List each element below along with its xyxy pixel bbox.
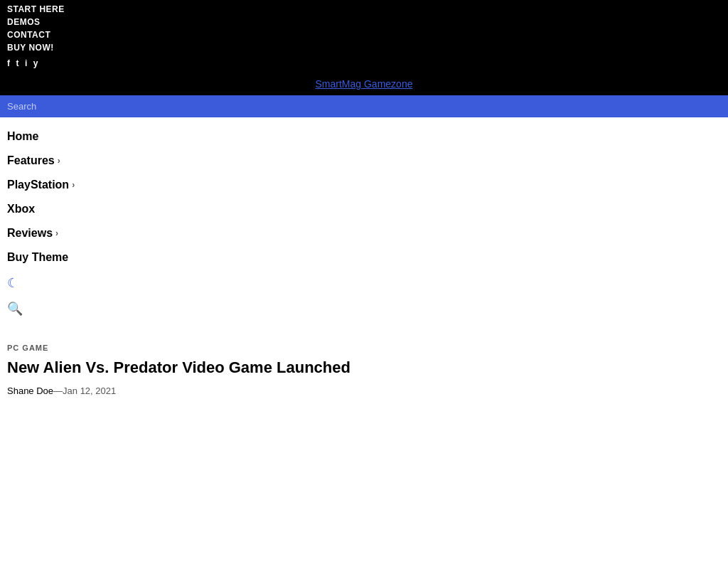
- top-nav-contact[interactable]: CONTACT: [7, 30, 721, 40]
- playstation-chevron-icon: ›: [72, 180, 75, 190]
- nav-item-home[interactable]: Home: [0, 124, 728, 149]
- article-title: New Alien Vs. Predator Video Game Launch…: [7, 358, 721, 378]
- top-bar: START HERE DEMOS CONTACT BUY NOW! f t i …: [0, 0, 728, 73]
- nav-item-reviews[interactable]: Reviews ›: [0, 221, 728, 245]
- article-date: Jan 12, 2021: [63, 385, 116, 396]
- reviews-chevron-icon: ›: [55, 228, 58, 238]
- nav-item-features[interactable]: Features ›: [0, 149, 728, 173]
- search-bar-wrapper: [0, 95, 728, 117]
- social-icons: f t i y: [7, 58, 721, 68]
- main-nav: Home Features › PlayStation › Xbox Revie…: [0, 117, 728, 329]
- content-area: PC GAME New Alien Vs. Predator Video Gam…: [0, 329, 728, 410]
- top-nav-links: START HERE DEMOS CONTACT BUY NOW!: [7, 4, 721, 53]
- search-icon[interactable]: 🔍: [7, 298, 721, 319]
- nav-item-buy-theme[interactable]: Buy Theme: [0, 245, 728, 270]
- article-category: PC GAME: [7, 344, 721, 352]
- twitter-icon[interactable]: t: [16, 58, 20, 68]
- site-title-link[interactable]: SmartMag Gamezone: [316, 78, 413, 90]
- site-header: SmartMag Gamezone: [0, 73, 728, 95]
- instagram-icon[interactable]: i: [25, 58, 28, 68]
- search-input[interactable]: [3, 98, 725, 115]
- top-nav-demos[interactable]: DEMOS: [7, 17, 721, 27]
- top-nav-start-here[interactable]: START HERE: [7, 4, 721, 14]
- article-author: Shane Doe: [7, 385, 53, 396]
- youtube-icon[interactable]: y: [33, 58, 38, 68]
- moon-icon[interactable]: ☾: [7, 272, 721, 294]
- features-chevron-icon: ›: [58, 156, 60, 166]
- nav-item-playstation[interactable]: PlayStation ›: [0, 173, 728, 197]
- top-nav-buy-now[interactable]: BUY NOW!: [7, 43, 721, 53]
- facebook-icon[interactable]: f: [7, 58, 11, 68]
- nav-icon-row: ☾ 🔍: [0, 270, 728, 322]
- nav-item-xbox[interactable]: Xbox: [0, 197, 728, 221]
- article-meta: Shane Doe—Jan 12, 2021: [7, 385, 721, 396]
